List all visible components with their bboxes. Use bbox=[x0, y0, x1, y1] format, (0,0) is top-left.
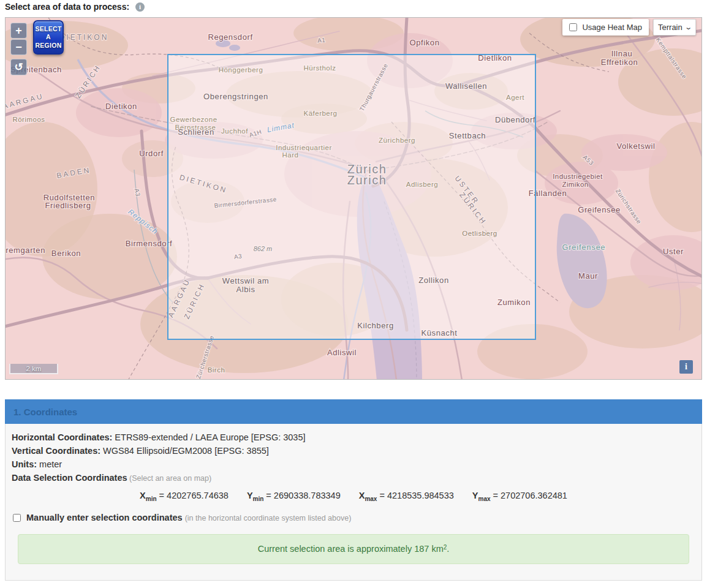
coordinate-value: Xmax = 4218535.984533 bbox=[359, 491, 454, 500]
map-label: A3 bbox=[233, 252, 243, 260]
map-label: Maur bbox=[578, 271, 598, 281]
map-label: Adliswil bbox=[327, 348, 357, 357]
coordinate-info-row: Data Selection Coordinates (Select an ar… bbox=[12, 471, 695, 485]
map-label: Oberengstringen bbox=[203, 92, 268, 101]
coordinate-info-rows: Horizontal Coordinates: ETRS89-extended … bbox=[12, 431, 695, 485]
manual-coordinates-note: (in the horizontal coordinate system lis… bbox=[185, 514, 352, 522]
map-label: Wettswil am bbox=[222, 276, 269, 285]
map-label: Industriegebiet bbox=[553, 173, 603, 180]
map-scale-bar: 2 km bbox=[9, 364, 58, 374]
coordinates-panel: 1. Coordinates Horizontal Coordinates: E… bbox=[5, 399, 702, 581]
coordinate-info-row: Horizontal Coordinates: ETRS89-extended … bbox=[12, 431, 695, 444]
page-header: Select area of data to process: i bbox=[5, 2, 145, 12]
map-label: 862 m bbox=[254, 245, 273, 252]
usage-heatmap-control: Usage Heat Map bbox=[562, 19, 649, 36]
select-a-region-button[interactable]: SELECTAREGION bbox=[33, 20, 64, 55]
basemap-dropdown[interactable]: Terrain ⌄ bbox=[653, 19, 696, 36]
map-label: Albis bbox=[236, 285, 255, 294]
map-scale-label: 2 km bbox=[26, 365, 42, 372]
map-label: Zurich bbox=[347, 173, 387, 187]
map-label: Adlisberg bbox=[406, 181, 438, 188]
page-title: Select area of data to process: bbox=[5, 2, 129, 12]
coordinates-section-header: 1. Coordinates bbox=[5, 399, 702, 424]
map-label: Dietikon bbox=[105, 102, 137, 111]
map-label: Regensdorf bbox=[208, 32, 252, 42]
map-label: Birch bbox=[208, 366, 225, 374]
map-label: Gewerbezone bbox=[170, 116, 217, 123]
manual-coordinates-label: Manually enter selection coordinates bbox=[26, 513, 183, 522]
zoom-out-button[interactable]: − bbox=[10, 39, 27, 55]
map-label: Zimikon bbox=[562, 181, 588, 188]
selection-coordinate-values: Xmin = 4202765.74638Ymin = 2690338.78334… bbox=[12, 488, 695, 507]
coordinates-panel-body: Horizontal Coordinates: ETRS89-extended … bbox=[6, 424, 701, 564]
map-label: Birmensdorf bbox=[126, 239, 173, 248]
map-label: Agert bbox=[506, 94, 524, 101]
map-label: Hürstholz bbox=[303, 64, 336, 72]
map-label: Dübendorf bbox=[495, 115, 535, 124]
coordinates-header-title: 1. Coordinates bbox=[13, 407, 77, 417]
coordinate-info-row: Vertical Coordinates: WGS84 Ellipsoid/EG… bbox=[12, 444, 695, 458]
map-info-button[interactable]: i bbox=[679, 360, 693, 374]
map-label: Hard bbox=[282, 151, 299, 159]
info-icon[interactable]: i bbox=[135, 2, 145, 12]
map-label: Küsnacht bbox=[421, 328, 457, 337]
map-label: Rörimoos bbox=[12, 116, 45, 123]
coordinate-value: Ymin = 2690338.783349 bbox=[247, 491, 341, 500]
map-label: Industriequartier bbox=[276, 144, 332, 151]
map-label: Illnau bbox=[611, 49, 633, 58]
map-label: Uster bbox=[663, 247, 684, 256]
chevron-down-icon: ⌄ bbox=[684, 23, 692, 31]
map-label: Zollikon bbox=[418, 276, 449, 285]
map-label: Stettbach bbox=[449, 131, 486, 140]
basemap-selected-value: Terrain bbox=[658, 23, 682, 32]
map-label: Zürichberg bbox=[379, 137, 415, 144]
map-label: Greifensee bbox=[562, 243, 605, 252]
map-label: Juchhof bbox=[221, 127, 248, 135]
map-label: Zumikon bbox=[497, 298, 531, 307]
map-label: Fällanden bbox=[529, 189, 567, 198]
selection-area-suffix: . bbox=[447, 544, 449, 554]
map-label: Bremgarten bbox=[6, 246, 45, 255]
map-label: Urdorf bbox=[139, 149, 164, 158]
coordinate-value: Xmin = 4202765.74638 bbox=[140, 491, 229, 500]
map-label: DIETIKON bbox=[59, 33, 109, 42]
map-label: Schlieren bbox=[178, 127, 214, 137]
coordinate-value: Ymax = 2702706.362481 bbox=[472, 491, 567, 500]
map-label: Käferberg bbox=[303, 110, 337, 117]
map-label: Volketswil bbox=[616, 141, 655, 151]
selection-area-alert: Current selection area is approximately … bbox=[18, 534, 689, 564]
map-label: Opfikon bbox=[409, 38, 439, 47]
map-label: Hönggerberg bbox=[219, 66, 263, 74]
map-label: A1 bbox=[317, 36, 325, 43]
map-label: Wallisellen bbox=[445, 81, 487, 91]
reset-view-button[interactable]: ↺ bbox=[10, 59, 27, 75]
map-label: Kilchberg bbox=[357, 321, 394, 330]
coordinate-info-row: Units: meter bbox=[12, 458, 695, 471]
map-label: Effretikon bbox=[601, 58, 638, 67]
manual-coordinates-row: Manually enter selection coordinates (in… bbox=[12, 511, 695, 525]
manual-coordinates-checkbox[interactable] bbox=[13, 514, 21, 522]
map-label: Greifensee bbox=[578, 205, 621, 214]
usage-heatmap-label: Usage Heat Map bbox=[582, 23, 642, 32]
usage-heatmap-checkbox[interactable] bbox=[569, 23, 577, 31]
map-label: Oetlisberg bbox=[462, 230, 497, 237]
map-canvas[interactable]: DIETIKONRegensdorfOpfikonDietlikonIllnau… bbox=[5, 17, 702, 380]
map-label: Friedlisberg bbox=[45, 201, 91, 210]
zoom-in-button[interactable]: + bbox=[10, 23, 27, 39]
selection-area-text: Current selection area is approximately … bbox=[258, 544, 444, 554]
map-label: Berikon bbox=[51, 249, 81, 258]
map-svg: DIETIKONRegensdorfOpfikonDietlikonIllnau… bbox=[6, 18, 702, 380]
